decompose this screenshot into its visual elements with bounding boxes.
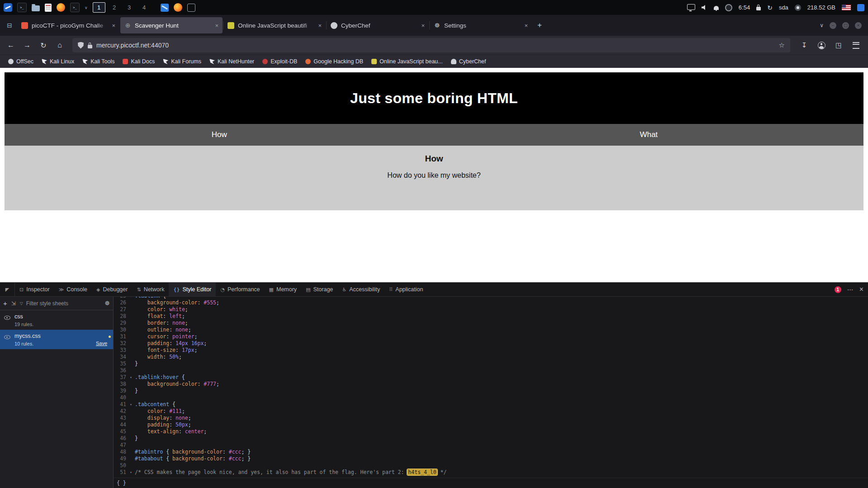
disk-label[interactable]: sda [779, 4, 788, 11]
code-line[interactable]: 36 [114, 367, 868, 374]
stylesheet-item-mycss.css[interactable]: mycss.css10 rules.Save [0, 330, 113, 349]
bookmark-offsec[interactable]: OffSec [5, 57, 37, 66]
devtools-close-icon[interactable]: × [859, 285, 863, 294]
back-button[interactable]: ← [4, 38, 18, 52]
code-line[interactable]: 43 display: none; [114, 415, 868, 422]
site-tab-how[interactable]: How [5, 124, 434, 146]
code-line[interactable]: 27 color: white; [114, 306, 868, 313]
bookmark-jsbeautifier[interactable]: Online JavaScript beau... [368, 57, 446, 66]
tab-close-icon[interactable]: × [524, 22, 528, 29]
code-line[interactable]: 30 outline: none; [114, 327, 868, 333]
code-line[interactable]: 31 cursor: pointer; [114, 333, 868, 340]
devtools-tab-performance[interactable]: ◔Performance [216, 283, 264, 296]
code-line[interactable]: 44 padding: 50px; [114, 422, 868, 428]
browser-tab-2[interactable]: ⊕Scavenger Hunt× [120, 17, 223, 33]
code-editor-icon[interactable] [161, 4, 169, 12]
devtools-menu-icon[interactable]: ⋯ [847, 286, 854, 293]
code-line[interactable]: 51▾/* CSS makes the page look nice, and … [114, 469, 868, 476]
filter-stylesheets-input[interactable] [25, 300, 101, 307]
terminal-launcher-icon[interactable]: >_ [17, 3, 27, 12]
connection-lock-icon[interactable] [88, 45, 92, 48]
devtools-tab-accessibility[interactable]: ♿Accessibility [337, 283, 384, 296]
account-icon[interactable] [816, 39, 827, 51]
bookmark-kali-linux[interactable]: Kali Linux [38, 57, 78, 66]
bookmark-kali-tools[interactable]: Kali Tools [79, 57, 118, 66]
new-tab-button[interactable]: + [533, 19, 546, 32]
devtools-tab-network[interactable]: ⇅Network [132, 283, 169, 296]
code-line[interactable]: 50 [114, 462, 868, 469]
code-line[interactable]: 47 [114, 442, 868, 449]
launcher-caret-icon[interactable]: ∨ [85, 5, 88, 10]
file-manager-icon[interactable] [32, 5, 40, 11]
browser-tab-5[interactable]: ☸Settings× [430, 17, 532, 33]
extensions-icon[interactable]: ◳ [833, 39, 844, 51]
devtools-tab-storage[interactable]: ▤Storage [301, 283, 337, 296]
code-line[interactable]: 45 text-align: center; [114, 428, 868, 435]
code-line[interactable]: 48#tabintro { background-color: #ccc; } [114, 449, 868, 455]
terminal-dropdown-icon[interactable]: >_ [70, 3, 80, 12]
empty-window-icon[interactable] [187, 4, 195, 12]
code-line[interactable]: 42 color: #111; [114, 408, 868, 415]
code-line[interactable]: 38 background-color: #777; [114, 381, 868, 388]
workspace-button-2[interactable]: 2 [109, 3, 120, 12]
app-menu-icon[interactable] [850, 39, 862, 51]
forward-button[interactable]: → [20, 38, 34, 52]
workspace-button-4[interactable]: 4 [138, 3, 150, 12]
code-line[interactable]: 32 padding: 14px 16px; [114, 340, 868, 347]
reload-button[interactable]: ↻ [36, 38, 51, 52]
tab-close-icon[interactable]: × [318, 22, 322, 29]
code-line[interactable]: 33 font-size: 17px; [114, 347, 868, 354]
code-line[interactable]: 49#tababout { background-color: #ccc; } [114, 455, 868, 462]
workspace-button-3[interactable]: 3 [123, 3, 135, 12]
tab-close-icon[interactable]: × [112, 22, 115, 29]
code-line[interactable]: 41▾.tabcontent { [114, 401, 868, 408]
filter-stylesheets-field[interactable]: ▽ [20, 300, 101, 307]
devtools-tab-debugger[interactable]: ◈Debugger [92, 283, 132, 296]
code-line[interactable]: 39} [114, 388, 868, 394]
devtools-tab-inspector[interactable]: ⊡Inspector [15, 283, 54, 296]
browser-tab-1[interactable]: picoCTF - picoGym Challe× [17, 17, 119, 33]
devtools-tab-application[interactable]: ⠿Application [384, 283, 427, 296]
devtools-tab-console[interactable]: ≫Console [54, 283, 92, 296]
browser-tab-3[interactable]: Online JavaScript beautifi× [223, 17, 326, 33]
tab-close-icon[interactable]: × [421, 22, 425, 29]
home-button[interactable]: ⌂ [52, 38, 67, 52]
recorder-icon[interactable] [725, 4, 732, 11]
bookmark-kali-forums[interactable]: Kali Forums [159, 57, 205, 66]
site-tab-what[interactable]: What [434, 124, 864, 146]
node-picker-icon[interactable]: ◤ [0, 283, 15, 296]
text-editor-icon[interactable] [45, 4, 52, 12]
tab-close-icon[interactable]: × [215, 22, 218, 29]
maximize-button[interactable]: ▢ [842, 22, 849, 29]
firefox-launcher-icon[interactable] [57, 3, 65, 12]
import-stylesheet-button[interactable]: ⇲ [11, 300, 16, 307]
urlbar[interactable]: mercury.picoctf.net:44070 ☆ [72, 38, 790, 52]
visibility-eye-icon[interactable] [4, 316, 10, 320]
clock[interactable]: 6:54 [739, 4, 750, 11]
keyboard-layout-us-flag-icon[interactable] [842, 5, 851, 10]
display-icon[interactable] [687, 4, 695, 10]
tracking-protection-shield-icon[interactable] [78, 42, 84, 49]
code-line[interactable]: 34 width: 50%; [114, 354, 868, 360]
gear-icon[interactable]: ☸ [104, 300, 110, 307]
list-all-tabs-icon[interactable]: ∨ [820, 22, 824, 28]
fold-arrow-icon[interactable]: ▾ [128, 401, 134, 408]
fold-arrow-icon[interactable]: ▾ [128, 469, 134, 476]
error-count-badge[interactable]: 1 [835, 286, 841, 293]
tray-app-icon[interactable] [857, 4, 864, 11]
screenshot-icon[interactable] [795, 5, 801, 11]
workspace-button-1[interactable]: 1 [93, 2, 105, 13]
code-line[interactable]: 29 border: none; [114, 320, 868, 327]
sync-icon[interactable]: ↻ [767, 4, 773, 11]
browser-tab-4[interactable]: CyberChef× [327, 17, 429, 33]
lock-screen-icon[interactable] [756, 7, 761, 10]
bookmark-kali-nethunter[interactable]: Kali NetHunter [206, 57, 258, 66]
volume-icon[interactable] [702, 5, 707, 10]
kali-menu-icon[interactable] [4, 3, 12, 12]
code-line[interactable]: 46} [114, 435, 868, 442]
minimize-button[interactable]: – [830, 22, 836, 29]
storage-label[interactable]: 218.52 GB [807, 4, 835, 11]
css-source-editor[interactable]: 25▾.tablink {26 background-color: #555;2… [114, 297, 868, 488]
bookmark-ghdb[interactable]: Google Hacking DB [302, 57, 367, 66]
url-text[interactable]: mercury.picoctf.net:44070 [96, 42, 775, 49]
